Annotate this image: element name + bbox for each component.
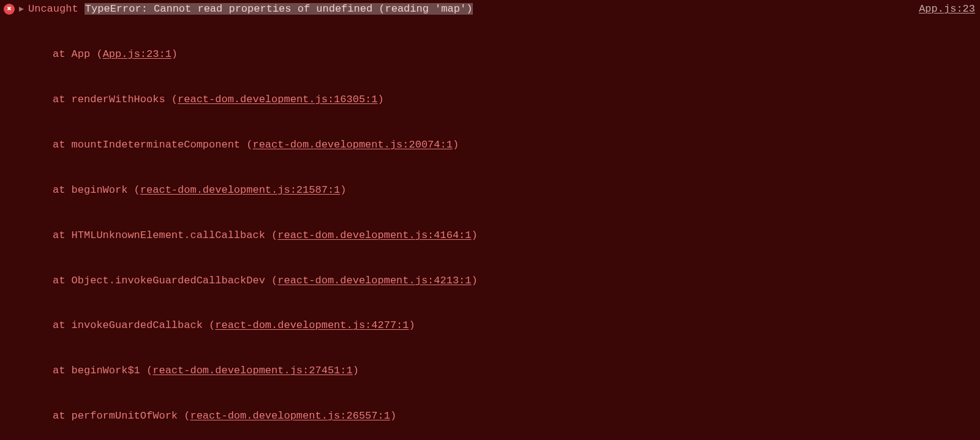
- expand-toggle[interactable]: [18, 6, 24, 12]
- stack-frame: at mountIndeterminateComponent (react-do…: [53, 138, 975, 153]
- stack-frame: at renderWithHooks (react-dom.developmen…: [53, 92, 975, 108]
- stack-link[interactable]: react-dom.development.js:20074:1: [252, 139, 452, 151]
- stack-frame: at Object.invokeGuardedCallbackDev (reac…: [53, 274, 975, 289]
- stack-link[interactable]: react-dom.development.js:4213:1: [277, 275, 471, 286]
- error-message: Uncaught TypeError: Cannot read properti…: [28, 2, 908, 17]
- stack-trace: at App (App.js:23:1) at renderWithHooks …: [4, 17, 975, 440]
- stack-link[interactable]: react-dom.development.js:4277:1: [215, 319, 409, 331]
- stack-link[interactable]: react-dom.development.js:4164:1: [277, 229, 471, 241]
- stack-link[interactable]: react-dom.development.js:27451:1: [153, 365, 352, 376]
- console-error-entry: ✖ Uncaught TypeError: Cannot read proper…: [0, 0, 980, 440]
- source-link[interactable]: App.js:23: [919, 2, 975, 17]
- stack-link[interactable]: App.js:23:1: [103, 48, 172, 60]
- error-header-row: ✖ Uncaught TypeError: Cannot read proper…: [4, 2, 975, 17]
- stack-link[interactable]: react-dom.development.js:21587:1: [140, 184, 340, 196]
- stack-frame: at HTMLUnknownElement.callCallback (reac…: [53, 228, 975, 244]
- error-prefix: Uncaught: [28, 3, 85, 15]
- stack-frame: at beginWork (react-dom.development.js:2…: [53, 183, 975, 198]
- stack-frame: at invokeGuardedCallback (react-dom.deve…: [53, 318, 975, 334]
- stack-frame: at beginWork$1 (react-dom.development.js…: [53, 364, 975, 379]
- error-highlight: TypeError: Cannot read properties of und…: [85, 3, 473, 15]
- error-icon: ✖: [4, 4, 15, 15]
- stack-frame: at App (App.js:23:1): [53, 47, 975, 62]
- stack-link[interactable]: react-dom.development.js:26557:1: [190, 410, 390, 422]
- console-panel: ✖ Uncaught TypeError: Cannot read proper…: [0, 0, 980, 440]
- stack-link[interactable]: react-dom.development.js:16305:1: [178, 94, 377, 105]
- stack-frame: at performUnitOfWork (react-dom.developm…: [53, 409, 975, 424]
